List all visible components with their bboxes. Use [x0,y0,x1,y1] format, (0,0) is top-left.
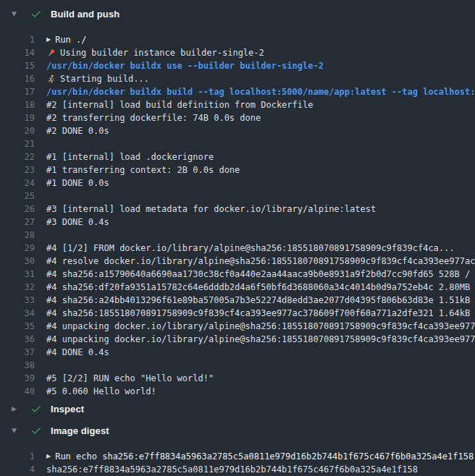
line-text: /usr/bin/docker buildx build --tag local… [46,85,475,98]
line-content: #5 [2/2] RUN echo "Hello world!" [46,372,214,385]
line-number[interactable]: 25 [0,190,35,203]
success-check-icon [30,8,42,20]
line-number[interactable]: 33 [0,294,35,307]
log-section: ▼ Build and push 1 ▶ Run ./ 14 [0,3,475,398]
line-text: #4 resolve docker.io/library/alpine@sha2… [46,255,475,268]
log-viewer: ▼ Build and push 1 ▶ Run ./ 14 [0,0,475,476]
line-content: #2 [internal] load build definition from… [46,98,313,111]
line-text: Starting build... [60,72,149,85]
log-line: 31 #4 sha256:a15790640a6690aa1730c38cf0a… [0,268,475,281]
line-number[interactable]: 18 [0,98,35,111]
log-line: 38 [0,359,475,372]
pushpin-icon [46,48,56,58]
line-number[interactable]: 28 [0,229,35,242]
run-expander-icon[interactable]: ▶ [46,450,51,463]
log-section: ▶ Inspect [0,398,475,420]
line-text: #3 DONE 0.4s [46,216,109,229]
line-number[interactable]: 1 [0,450,35,463]
line-number[interactable]: 20 [0,124,35,137]
line-number[interactable]: 19 [0,111,35,124]
line-number[interactable]: 26 [0,203,35,216]
log-line: 26 #3 [internal] load metadata for docke… [0,203,475,216]
line-text: #1 DONE 0.0s [46,177,109,190]
line-number[interactable]: 21 [0,137,35,150]
line-content: #2 transferring dockerfile: 74B 0.0s don… [46,111,261,124]
log-line: 37 #4 DONE 0.4s [0,346,475,359]
line-content: #4 sha256:a15790640a6690aa1730c38cf0a440… [46,268,475,281]
log-line: 36 #4 unpacking docker.io/library/alpine… [0,333,475,346]
log-line: 35 #4 unpacking docker.io/library/alpine… [0,320,475,333]
line-content: #4 unpacking docker.io/library/alpine@sh… [46,320,475,333]
section-title: Inspect [51,404,84,415]
line-number[interactable]: 34 [0,307,35,320]
log-line: 23 #1 transferring context: 2B 0.0s done [0,163,475,177]
line-content: Starting build... [46,72,149,85]
line-content: #3 [internal] load metadata for docker.i… [46,203,376,216]
line-text: #1 [internal] load .dockerignore [46,150,214,163]
line-text: #4 sha256:df20fa9351a15782c64e6dddb2d4a6… [46,281,475,294]
line-text: sha256:e7ff8834a5963a2785c5a0811e979d16b… [46,463,418,476]
line-number[interactable]: 40 [0,385,35,398]
line-number[interactable]: 23 [0,163,35,177]
section-header-image-digest[interactable]: ▼ Image digest [0,420,475,441]
line-text: #5 0.060 Hello world! [46,385,156,398]
line-content: #1 transferring context: 2B 0.0s done [46,163,240,177]
line-number[interactable]: 29 [0,242,35,255]
line-number[interactable]: 39 [0,372,35,385]
line-number[interactable]: 24 [0,177,35,190]
log-line: 14 Using builder instance builder-single… [0,46,475,59]
line-content: #5 0.060 Hello world! [46,385,156,398]
line-content: /usr/bin/docker buildx use --builder bui… [46,59,324,72]
log-line: 33 #4 sha256:a24bb4013296f61e89ba57005a7… [0,294,475,307]
log-line: 27 #3 DONE 0.4s [0,216,475,229]
line-number[interactable]: 17 [0,85,35,98]
success-check-icon [30,425,42,436]
line-number[interactable]: 16 [0,72,35,85]
line-number[interactable]: 4 [0,463,35,476]
line-number[interactable]: 1 [0,33,35,46]
line-text: Run echo sha256:e7ff8834a5963a2785c5a081… [55,450,474,463]
section-log-lines: 1 ▶ Run echo sha256:e7ff8834a5963a2785c5… [0,441,475,476]
line-number[interactable]: 36 [0,333,35,346]
line-content: sha256:e7ff8834a5963a2785c5a0811e979d16b… [46,463,418,476]
line-content: #2 DONE 0.0s [46,124,109,137]
line-number[interactable]: 27 [0,216,35,229]
line-content: ▶ Run ./ [46,33,87,46]
line-number[interactable]: 15 [0,59,35,72]
line-text: #1 transferring context: 2B 0.0s done [46,163,240,177]
log-line: 19 #2 transferring dockerfile: 74B 0.0s … [0,111,475,124]
section-header-inspect[interactable]: ▶ Inspect [0,398,475,420]
line-text: Run ./ [55,33,86,46]
line-content: #4 unpacking docker.io/library/alpine@sh… [46,333,475,346]
line-text: #4 [1/2] FROM docker.io/library/alpine@s… [46,242,455,255]
line-text: #2 [internal] load build definition from… [46,98,313,111]
line-content: Using builder instance builder-single-2 [46,46,264,59]
log-line: 15 /usr/bin/docker buildx use --builder … [0,59,475,72]
line-text: #3 [internal] load metadata for docker.i… [46,203,376,216]
run-expander-icon[interactable]: ▶ [46,33,51,46]
line-number[interactable]: 22 [0,150,35,163]
line-number[interactable]: 14 [0,46,35,59]
section-header-build-and-push[interactable]: ▼ Build and push [0,3,475,25]
line-text: #4 unpacking docker.io/library/alpine@sh… [46,320,475,333]
line-text: #2 transferring dockerfile: 74B 0.0s don… [46,111,261,124]
log-line: 20 #2 DONE 0.0s [0,124,475,137]
log-line: 18 #2 [internal] load build definition f… [0,98,475,111]
log-line: 21 [0,137,475,150]
line-number[interactable]: 35 [0,320,35,333]
runner-icon [46,75,56,84]
line-number[interactable]: 30 [0,255,35,268]
log-line: 4 sha256:e7ff8834a5963a2785c5a0811e979d1… [0,463,475,476]
line-number[interactable]: 37 [0,346,35,359]
line-content: ▶ Run echo sha256:e7ff8834a5963a2785c5a0… [46,450,474,463]
line-text: #4 unpacking docker.io/library/alpine@sh… [46,333,475,346]
chevron-right-icon: ▶ [12,405,22,412]
line-number[interactable]: 31 [0,268,35,281]
line-number[interactable]: 38 [0,359,35,372]
log-line: 30 #4 resolve docker.io/library/alpine@s… [0,255,475,268]
line-number[interactable]: 32 [0,281,35,294]
line-text: #2 DONE 0.0s [46,124,109,137]
line-content: #4 sha256:df20fa9351a15782c64e6dddb2d4a6… [46,281,475,294]
log-line: 25 [0,190,475,203]
line-text: Using builder instance builder-single-2 [60,46,264,59]
